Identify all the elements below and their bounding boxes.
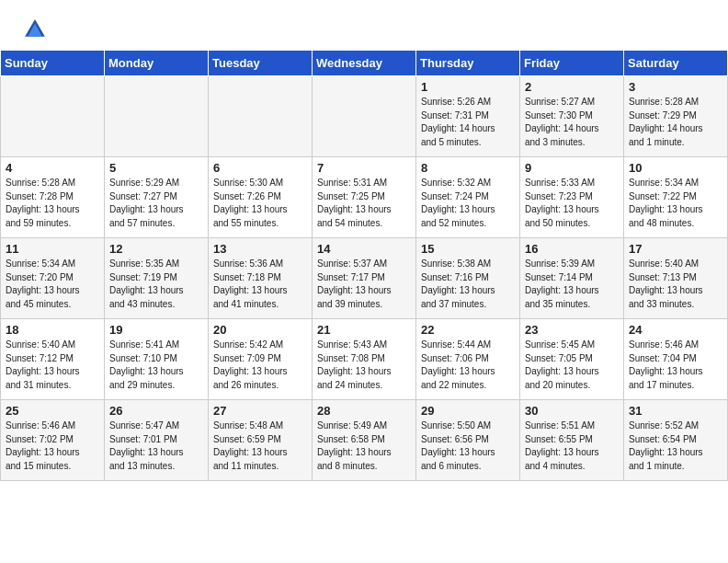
- calendar-cell-20: 20Sunrise: 5:42 AMSunset: 7:09 PMDayligh…: [209, 319, 313, 400]
- day-info: Sunrise: 5:46 AMSunset: 7:04 PMDaylight:…: [629, 339, 722, 392]
- calendar-cell-11: 11Sunrise: 5:34 AMSunset: 7:20 PMDayligh…: [1, 238, 105, 319]
- week-row-3: 11Sunrise: 5:34 AMSunset: 7:20 PMDayligh…: [1, 238, 728, 319]
- day-number: 26: [109, 404, 203, 418]
- day-info: Sunrise: 5:52 AMSunset: 6:54 PMDaylight:…: [629, 419, 722, 473]
- day-info: Sunrise: 5:44 AMSunset: 7:06 PMDaylight:…: [421, 339, 515, 392]
- day-of-week-tuesday: Tuesday: [209, 51, 313, 76]
- calendar-cell-empty: [105, 76, 209, 157]
- week-row-5: 25Sunrise: 5:46 AMSunset: 7:02 PMDayligh…: [1, 400, 728, 481]
- day-info: Sunrise: 5:34 AMSunset: 7:20 PMDaylight:…: [6, 258, 99, 311]
- day-number: 25: [6, 404, 99, 418]
- week-row-4: 18Sunrise: 5:40 AMSunset: 7:12 PMDayligh…: [1, 319, 728, 400]
- day-info: Sunrise: 5:26 AMSunset: 7:31 PMDaylight:…: [421, 96, 515, 149]
- day-number: 27: [213, 404, 307, 418]
- calendar-table: SundayMondayTuesdayWednesdayThursdayFrid…: [0, 50, 728, 481]
- calendar-cell-7: 7Sunrise: 5:31 AMSunset: 7:25 PMDaylight…: [313, 157, 416, 238]
- calendar-cell-13: 13Sunrise: 5:36 AMSunset: 7:18 PMDayligh…: [209, 238, 313, 319]
- day-of-week-wednesday: Wednesday: [313, 51, 416, 76]
- day-number: 21: [317, 323, 411, 337]
- calendar-cell-9: 9Sunrise: 5:33 AMSunset: 7:23 PMDaylight…: [520, 157, 624, 238]
- day-info: Sunrise: 5:39 AMSunset: 7:14 PMDaylight:…: [525, 258, 619, 311]
- calendar-cell-8: 8Sunrise: 5:32 AMSunset: 7:24 PMDaylight…: [416, 157, 520, 238]
- day-info: Sunrise: 5:50 AMSunset: 6:56 PMDaylight:…: [421, 419, 515, 473]
- calendar-cell-4: 4Sunrise: 5:28 AMSunset: 7:28 PMDaylight…: [1, 157, 105, 238]
- day-number: 11: [6, 242, 99, 256]
- day-info: Sunrise: 5:37 AMSunset: 7:17 PMDaylight:…: [317, 258, 411, 311]
- day-of-week-sunday: Sunday: [1, 51, 105, 76]
- calendar-cell-12: 12Sunrise: 5:35 AMSunset: 7:19 PMDayligh…: [105, 238, 209, 319]
- day-number: 13: [213, 242, 307, 256]
- calendar-cell-15: 15Sunrise: 5:38 AMSunset: 7:16 PMDayligh…: [416, 238, 520, 319]
- calendar-cell-6: 6Sunrise: 5:30 AMSunset: 7:26 PMDaylight…: [209, 157, 313, 238]
- day-info: Sunrise: 5:48 AMSunset: 6:59 PMDaylight:…: [213, 419, 307, 473]
- calendar-cell-2: 2Sunrise: 5:27 AMSunset: 7:30 PMDaylight…: [520, 76, 624, 157]
- calendar-cell-empty: [1, 76, 105, 157]
- day-number: 17: [629, 242, 722, 256]
- day-number: 7: [317, 161, 411, 175]
- logo: [22, 17, 51, 42]
- day-info: Sunrise: 5:40 AMSunset: 7:13 PMDaylight:…: [629, 258, 722, 311]
- day-info: Sunrise: 5:41 AMSunset: 7:10 PMDaylight:…: [109, 339, 203, 392]
- calendar-cell-30: 30Sunrise: 5:51 AMSunset: 6:55 PMDayligh…: [520, 400, 624, 481]
- day-number: 31: [629, 404, 722, 418]
- day-info: Sunrise: 5:34 AMSunset: 7:22 PMDaylight:…: [629, 177, 722, 230]
- calendar-cell-28: 28Sunrise: 5:49 AMSunset: 6:58 PMDayligh…: [313, 400, 416, 481]
- calendar-cell-16: 16Sunrise: 5:39 AMSunset: 7:14 PMDayligh…: [520, 238, 624, 319]
- day-info: Sunrise: 5:49 AMSunset: 6:58 PMDaylight:…: [317, 419, 411, 473]
- page-header: [0, 0, 728, 50]
- calendar-cell-1: 1Sunrise: 5:26 AMSunset: 7:31 PMDaylight…: [416, 76, 520, 157]
- day-number: 30: [525, 404, 619, 418]
- day-of-week-thursday: Thursday: [416, 51, 520, 76]
- day-number: 29: [421, 404, 515, 418]
- day-header-row: SundayMondayTuesdayWednesdayThursdayFrid…: [1, 51, 728, 76]
- calendar-cell-22: 22Sunrise: 5:44 AMSunset: 7:06 PMDayligh…: [416, 319, 520, 400]
- calendar-cell-27: 27Sunrise: 5:48 AMSunset: 6:59 PMDayligh…: [209, 400, 313, 481]
- day-number: 24: [629, 323, 722, 337]
- week-row-1: 1Sunrise: 5:26 AMSunset: 7:31 PMDaylight…: [1, 76, 728, 157]
- calendar-cell-empty: [313, 76, 416, 157]
- day-of-week-monday: Monday: [105, 51, 209, 76]
- day-number: 6: [213, 161, 307, 175]
- calendar-cell-3: 3Sunrise: 5:28 AMSunset: 7:29 PMDaylight…: [624, 76, 728, 157]
- day-info: Sunrise: 5:32 AMSunset: 7:24 PMDaylight:…: [421, 177, 515, 230]
- day-info: Sunrise: 5:38 AMSunset: 7:16 PMDaylight:…: [421, 258, 515, 311]
- day-number: 15: [421, 242, 515, 256]
- day-number: 10: [629, 161, 722, 175]
- day-of-week-saturday: Saturday: [624, 51, 728, 76]
- calendar-cell-29: 29Sunrise: 5:50 AMSunset: 6:56 PMDayligh…: [416, 400, 520, 481]
- day-info: Sunrise: 5:27 AMSunset: 7:30 PMDaylight:…: [525, 96, 619, 149]
- day-info: Sunrise: 5:31 AMSunset: 7:25 PMDaylight:…: [317, 177, 411, 230]
- day-number: 18: [6, 323, 99, 337]
- day-number: 3: [629, 80, 722, 94]
- day-number: 19: [109, 323, 203, 337]
- day-info: Sunrise: 5:35 AMSunset: 7:19 PMDaylight:…: [109, 258, 203, 311]
- calendar-cell-17: 17Sunrise: 5:40 AMSunset: 7:13 PMDayligh…: [624, 238, 728, 319]
- day-info: Sunrise: 5:36 AMSunset: 7:18 PMDaylight:…: [213, 258, 307, 311]
- day-number: 4: [6, 161, 99, 175]
- calendar-cell-24: 24Sunrise: 5:46 AMSunset: 7:04 PMDayligh…: [624, 319, 728, 400]
- calendar-cell-26: 26Sunrise: 5:47 AMSunset: 7:01 PMDayligh…: [105, 400, 209, 481]
- day-info: Sunrise: 5:33 AMSunset: 7:23 PMDaylight:…: [525, 177, 619, 230]
- day-number: 8: [421, 161, 515, 175]
- logo-icon: [22, 17, 48, 42]
- calendar-cell-5: 5Sunrise: 5:29 AMSunset: 7:27 PMDaylight…: [105, 157, 209, 238]
- calendar-cell-10: 10Sunrise: 5:34 AMSunset: 7:22 PMDayligh…: [624, 157, 728, 238]
- day-info: Sunrise: 5:29 AMSunset: 7:27 PMDaylight:…: [109, 177, 203, 230]
- day-number: 5: [109, 161, 203, 175]
- day-number: 28: [317, 404, 411, 418]
- day-number: 14: [317, 242, 411, 256]
- day-info: Sunrise: 5:46 AMSunset: 7:02 PMDaylight:…: [6, 419, 99, 473]
- day-number: 23: [525, 323, 619, 337]
- calendar-cell-18: 18Sunrise: 5:40 AMSunset: 7:12 PMDayligh…: [1, 319, 105, 400]
- day-info: Sunrise: 5:45 AMSunset: 7:05 PMDaylight:…: [525, 339, 619, 392]
- day-info: Sunrise: 5:51 AMSunset: 6:55 PMDaylight:…: [525, 419, 619, 473]
- day-info: Sunrise: 5:30 AMSunset: 7:26 PMDaylight:…: [213, 177, 307, 230]
- day-number: 2: [525, 80, 619, 94]
- calendar-cell-21: 21Sunrise: 5:43 AMSunset: 7:08 PMDayligh…: [313, 319, 416, 400]
- day-info: Sunrise: 5:43 AMSunset: 7:08 PMDaylight:…: [317, 339, 411, 392]
- calendar-cell-23: 23Sunrise: 5:45 AMSunset: 7:05 PMDayligh…: [520, 319, 624, 400]
- day-number: 9: [525, 161, 619, 175]
- day-of-week-friday: Friday: [520, 51, 624, 76]
- day-number: 20: [213, 323, 307, 337]
- day-info: Sunrise: 5:28 AMSunset: 7:29 PMDaylight:…: [629, 96, 722, 149]
